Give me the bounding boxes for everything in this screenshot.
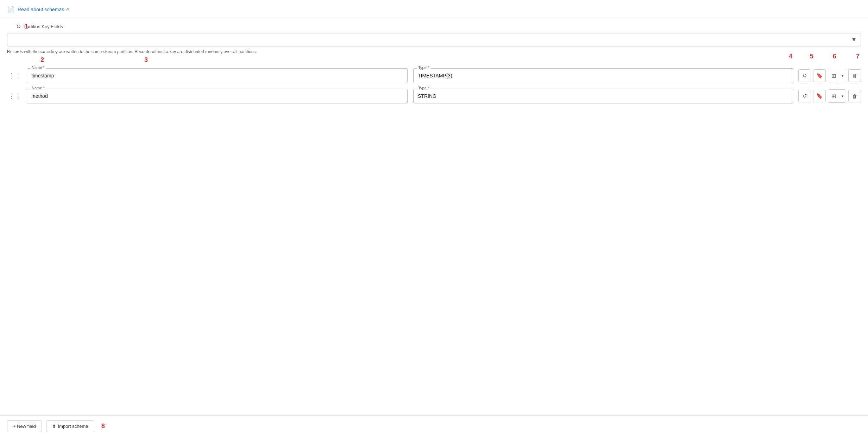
type-input[interactable] <box>413 89 794 103</box>
name-label: Name * <box>30 65 46 70</box>
footer: + New field ⬆ Import schema 8 <box>0 415 868 437</box>
field-inputs: Name * Type * <box>27 89 794 103</box>
name-input[interactable] <box>27 68 408 83</box>
partition-label: Partition Key Fields <box>24 24 63 29</box>
callout-type-label: 3 <box>144 56 148 64</box>
delete-button[interactable]: 🗑 <box>848 90 861 102</box>
name-required: * <box>43 86 44 90</box>
add-nested-icon: ⊞ <box>831 93 836 100</box>
bookmark-button[interactable]: 🔖 <box>813 69 826 82</box>
add-nested-chevron-icon: ▾ <box>842 94 844 99</box>
name-required: * <box>43 65 44 70</box>
type-label: Type * <box>417 86 430 90</box>
add-nested-main-button[interactable]: ⊞ <box>828 69 839 82</box>
drag-handle[interactable]: ⋮⋮ <box>7 91 23 101</box>
partition-header: 1 ↻ Partition Key Fields <box>7 23 861 30</box>
read-link-text: Read about schemas <box>18 7 64 12</box>
name-field-group: Name * <box>27 89 408 103</box>
type-required: * <box>428 65 429 70</box>
add-nested-icon: ⊞ <box>831 72 836 79</box>
new-field-label: + New field <box>13 424 36 429</box>
name-field-group: Name * <box>27 68 408 83</box>
bookmark-icon: 🔖 <box>816 72 823 79</box>
partition-key-icon: ↻ <box>16 23 21 30</box>
bookmark-button[interactable]: 🔖 <box>813 90 826 102</box>
reset-button[interactable]: ↺ <box>798 90 811 102</box>
import-label: Import schema <box>58 424 88 429</box>
type-label: Type * <box>417 65 430 70</box>
callout-1: 1 <box>25 23 28 30</box>
reset-button[interactable]: ↺ <box>798 69 811 82</box>
fields-container: 2 3 4 5 6 7 ⋮⋮ Name * Type * ↺ <box>7 60 861 103</box>
new-field-button[interactable]: + New field <box>7 420 42 432</box>
add-nested-split-button: ⊞ ▾ <box>828 69 846 82</box>
add-nested-dropdown-button[interactable]: ▾ <box>839 90 846 102</box>
add-nested-chevron-icon: ▾ <box>842 74 844 78</box>
add-nested-split-button: ⊞ ▾ <box>828 89 846 103</box>
type-required: * <box>428 86 429 90</box>
name-label: Name * <box>30 86 46 90</box>
main-content: 1 ↻ Partition Key Fields ▼ Records with … <box>0 17 868 415</box>
type-field-group: Type * <box>413 68 794 83</box>
callout-bookmark: 5 <box>810 53 813 60</box>
reset-icon: ↺ <box>803 93 807 99</box>
delete-icon: 🗑 <box>852 73 857 79</box>
top-bar: 📄 Read about schemas ⇗ <box>0 0 868 17</box>
callout-name-label: 2 <box>40 56 44 64</box>
bookmark-icon: 🔖 <box>816 93 823 99</box>
type-field-group: Type * <box>413 89 794 103</box>
callout-reset: 4 <box>789 53 792 60</box>
callout-delete: 7 <box>856 53 860 60</box>
delete-icon: 🗑 <box>852 93 857 99</box>
table-row: 2 3 4 5 6 7 ⋮⋮ Name * Type * ↺ <box>7 60 861 83</box>
partition-key-select[interactable] <box>7 33 861 46</box>
import-schema-button[interactable]: ⬆ Import schema <box>46 420 94 432</box>
partition-dropdown-wrapper: ▼ <box>7 33 861 46</box>
delete-button[interactable]: 🗑 <box>848 69 861 82</box>
read-schemas-link[interactable]: Read about schemas ⇗ <box>18 7 69 12</box>
field-actions: ↺ 🔖 ⊞ ▾ 🗑 <box>798 69 861 82</box>
name-input[interactable] <box>27 89 408 103</box>
add-nested-dropdown-button[interactable]: ▾ <box>839 69 846 82</box>
field-inputs: Name * Type * <box>27 68 794 83</box>
document-icon: 📄 <box>7 6 15 13</box>
table-row: ⋮⋮ Name * Type * ↺ 🔖 <box>7 89 861 103</box>
import-icon: ⬆ <box>52 424 56 429</box>
partition-hint: Records with the same key are written to… <box>7 49 861 54</box>
field-actions: ↺ 🔖 ⊞ ▾ 🗑 <box>798 89 861 103</box>
drag-handle[interactable]: ⋮⋮ <box>7 70 23 81</box>
reset-icon: ↺ <box>803 72 807 79</box>
type-input[interactable] <box>413 68 794 83</box>
partition-section: 1 ↻ Partition Key Fields ▼ Records with … <box>7 23 861 54</box>
external-link-icon: ⇗ <box>65 7 69 12</box>
add-nested-main-button[interactable]: ⊞ <box>828 90 839 102</box>
callout-8: 8 <box>101 423 105 430</box>
callout-add-nested: 6 <box>833 53 836 60</box>
